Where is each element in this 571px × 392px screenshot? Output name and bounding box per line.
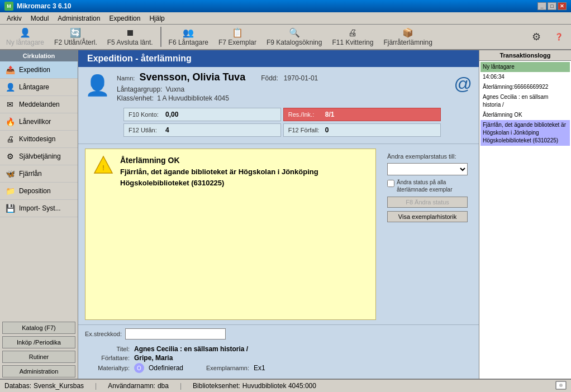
administration-button[interactable]: Administration — [2, 365, 75, 377]
patron-area: 👤 Namn: Svensson, Olivia Tuva Född: 1970… — [78, 67, 479, 144]
exemplar-value: Ex1 — [254, 364, 265, 372]
help-button[interactable]: ❓ — [549, 26, 569, 47]
minimize-button[interactable]: _ — [537, 2, 546, 10]
gear-icon: ⚙ — [532, 31, 541, 43]
inkop-periodika-button[interactable]: Inköp /Periodika — [2, 336, 75, 348]
log-entry-1: 14:06:34 — [480, 72, 570, 82]
sidebar-sjalvbetjaning-label: Självbetjäning — [19, 152, 61, 160]
status-separator-2: | — [180, 382, 182, 390]
f11-kvittering-button[interactable]: 🖨 F11 Kvittering — [328, 26, 377, 47]
message-body: Fjärrlån, det ägande biblioteket är Högs… — [120, 166, 369, 188]
menu-hjalp[interactable]: Hjälp — [145, 13, 169, 23]
lantagare-icon: 👤 — [4, 82, 16, 93]
content-area: Expedition - återlämning 👤 Namn: Svensso… — [78, 50, 479, 379]
patron-details: Namn: Svensson, Olivia Tuva Född: 1970-0… — [117, 71, 448, 139]
konto-label: F10 Konto: — [129, 111, 162, 118]
log-entry-2: Återlämning:66666669922 — [480, 82, 570, 92]
maximize-button[interactable]: □ — [548, 2, 556, 10]
katalog-button[interactable]: Katalog (F7) — [2, 322, 75, 334]
library-value: Huvudbibliotek 4045:000 — [242, 382, 316, 390]
author-value: Gripe, Maria — [134, 354, 173, 362]
ny-lantagare-icon: 👤 — [20, 27, 31, 38]
patron-name-label: Namn: — [117, 75, 135, 82]
sidebar-item-fjarrlan[interactable]: 🦋 Fjärrlån — [0, 165, 78, 183]
ny-lantagare-label: Ny låntagare — [6, 39, 44, 46]
fjarraterlam-button[interactable]: 📦 Fjärråterlämning — [379, 26, 436, 47]
sidebar-kvittodesign-label: Kvittodesign — [19, 135, 55, 143]
menu-expedition[interactable]: Expedition — [104, 13, 145, 23]
log-entry-4: Återlämning OK — [480, 110, 570, 120]
utlan-value: 4 — [165, 126, 169, 134]
field-utlan: F12 Utlån: 4 — [123, 123, 281, 137]
f2-utlan-button[interactable]: 🔄 F2 Utlån/Återl. — [50, 26, 101, 47]
visa-exemplarhistorik-button[interactable]: Visa exemplarhistorik — [387, 211, 468, 222]
sidebar-fjarrlan-label: Fjärrlån — [19, 170, 42, 178]
born-value: 1970-01-01 — [284, 74, 318, 82]
field-forfall: F12 Förfall: 0 — [283, 123, 441, 137]
f9-label: F9 Katalogsökning — [267, 39, 322, 46]
log-scroll-area[interactable]: Ny låntagare 14:06:34 Återlämning:666666… — [479, 61, 571, 379]
sidebar-item-expedition[interactable]: 📤 Expedition — [0, 61, 78, 79]
message-title: Återlämning OK — [120, 155, 369, 166]
statusbar: Databas: Svensk_Kursbas | Användarnamn: … — [0, 379, 571, 392]
patron-photo-icon: 👤 — [85, 74, 110, 97]
message-text: Återlämning OK Fjärrlån, det ägande bibl… — [120, 155, 369, 314]
material-type-icon: O — [134, 363, 144, 373]
sidebar-item-sjalvbetjaning[interactable]: ⚙ Självbetjäning — [0, 148, 78, 165]
sidebar-item-lantagare[interactable]: 👤 Låntagare — [0, 79, 78, 96]
title-row: Titel: Agnes Cecilia : en sällsam histor… — [85, 345, 472, 353]
checkbox-row: Ändra status på alla återlämnade exempla… — [387, 179, 468, 193]
lanevillkor-icon: 🔥 — [4, 116, 16, 127]
kvittodesign-icon: 🖨 — [4, 133, 16, 145]
f8-andra-status-button[interactable]: F8 Ändra status — [387, 197, 468, 208]
sidebar-item-meddelanden[interactable]: ✉ Meddelanden — [0, 96, 78, 113]
ny-lantagare-button[interactable]: 👤 Ny låntagare — [2, 26, 48, 47]
status-change-label: Ändra exemplarstatus till: — [387, 153, 468, 160]
title-bar: M Mikromarc 3 6.10 _ □ ✕ — [0, 0, 571, 12]
status-select[interactable] — [387, 163, 468, 175]
rutiner-button[interactable]: Rutiner — [2, 351, 75, 363]
menu-administration[interactable]: Administration — [53, 13, 104, 23]
transaction-log-panel: Transaktionslogg Ny låntagare 14:06:34 Å… — [479, 50, 571, 379]
f7-icon: 📋 — [232, 27, 243, 38]
barcode-area: Ex.streckkod: — [78, 324, 479, 343]
status-separator-1: | — [95, 382, 97, 390]
sidebar-item-lanevillkor[interactable]: 🔥 Lånevillkor — [0, 113, 78, 131]
f6-lantagare-button[interactable]: 👥 F6 Låntagare — [165, 26, 212, 47]
f5-avsluta-button[interactable]: ⏹ F5 Avsluta lânt. — [103, 26, 157, 47]
content-header: Expedition - återlämning — [78, 50, 479, 67]
username-value: dba — [158, 382, 169, 390]
settings-button[interactable]: ⚙ — [526, 26, 546, 47]
sidebar-lanevillkor-label: Lånevillkor — [19, 118, 51, 126]
sidebar-item-kvittodesign[interactable]: 🖨 Kvittodesign — [0, 131, 78, 148]
f7-exemplar-button[interactable]: 📋 F7 Exemplar — [215, 26, 260, 47]
log-header: Transaktionslogg — [479, 50, 571, 61]
sidebar-meddelanden-label: Meddelanden — [19, 101, 60, 108]
sidebar-deposition-label: Deposition — [19, 187, 51, 195]
barcode-input[interactable] — [125, 328, 226, 340]
expedition-icon: 📤 — [4, 64, 16, 75]
f2-label: F2 Utlån/Återl. — [54, 39, 97, 46]
change-all-checkbox[interactable] — [387, 180, 394, 187]
utlan-label: F12 Utlån: — [129, 127, 162, 133]
fields-area: F10 Konto: 0,00 Res./Ink.: 8/1 F12 Utlån… — [117, 106, 448, 139]
library-field: Biblioteksenhet: Huvudbibliotek 4045:000 — [193, 382, 316, 390]
menu-bar: Arkiv Modul Administration Expedition Hj… — [0, 12, 571, 25]
change-all-label: Ändra status på alla återlämnade exempla… — [397, 179, 468, 193]
field-konto: F10 Konto: 0,00 — [123, 108, 281, 121]
menu-arkiv[interactable]: Arkiv — [2, 13, 26, 23]
barcode-label: Ex.streckkod: — [85, 331, 122, 337]
close-button[interactable]: ✕ — [558, 2, 567, 10]
f9-katalog-button[interactable]: 🔍 F9 Katalogsökning — [263, 26, 326, 47]
username-label: Användarnamn: — [108, 382, 155, 390]
book-details: Titel: Agnes Cecilia : en sällsam histor… — [78, 343, 479, 379]
sidebar-item-deposition[interactable]: 📁 Deposition — [0, 183, 78, 200]
menu-modul[interactable]: Modul — [26, 13, 54, 23]
toolbar: 👤 Ny låntagare 🔄 F2 Utlån/Återl. ⏹ F5 Av… — [0, 25, 571, 50]
patron-class-field: Klass/enhet: 1 A Huvudbibliotek 4045 — [117, 94, 229, 102]
sidebar-item-import[interactable]: 💾 Import- Syst... — [0, 200, 78, 217]
forfall-label: F12 Förfall: — [288, 127, 322, 133]
author-row: Författare: Gripe, Maria — [85, 354, 472, 362]
patron-group-field: Låntagargrupp: Vuxna — [117, 85, 184, 93]
log-entry-0: Ny låntagare — [480, 62, 570, 72]
